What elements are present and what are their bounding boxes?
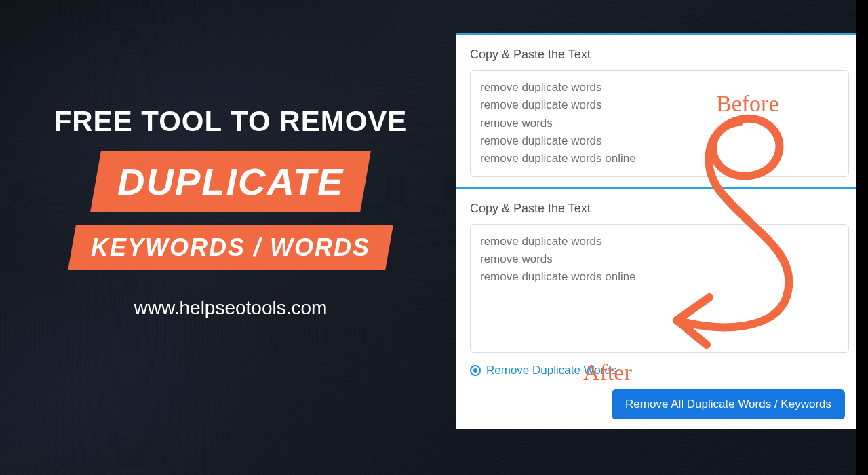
before-line: remove duplicate words <box>480 79 839 96</box>
hero-tag-keywords-text: KEYWORDS / WORDS <box>91 233 370 262</box>
after-line: remove duplicate words <box>480 233 839 250</box>
before-panel: Copy & Paste the Text remove duplicate w… <box>456 33 863 187</box>
before-line: remove duplicate words online <box>480 150 839 168</box>
after-panel: Copy & Paste the Text remove duplicate w… <box>456 187 863 429</box>
after-textarea[interactable]: remove duplicate words remove words remo… <box>470 224 849 353</box>
hero-tag-duplicate-text: DUPLICATE <box>117 159 344 204</box>
hero-headline: Free Tool To Remove <box>47 105 414 138</box>
remove-duplicates-button[interactable]: Remove All Duplicate Words / Keywords <box>612 390 845 419</box>
before-textarea[interactable]: remove duplicate words remove duplicate … <box>470 70 849 177</box>
hero-tag-keywords: KEYWORDS / WORDS <box>68 225 393 270</box>
after-panel-label: Copy & Paste the Text <box>470 202 849 216</box>
after-panel-controls: Remove Duplicate Words Remove All Duplic… <box>470 364 849 419</box>
right-edge-strip <box>856 0 868 475</box>
radio-icon <box>470 365 481 376</box>
tool-panels: Copy & Paste the Text remove duplicate w… <box>456 33 863 429</box>
remove-duplicate-words-radio[interactable]: Remove Duplicate Words <box>470 364 849 377</box>
hero-tag-duplicate: DUPLICATE <box>90 151 371 212</box>
before-line: remove words <box>480 115 839 132</box>
site-url: www.helpseotools.com <box>47 297 414 319</box>
hero-block: Free Tool To Remove DUPLICATE KEYWORDS /… <box>47 105 414 319</box>
after-line: remove words <box>480 250 839 268</box>
radio-label: Remove Duplicate Words <box>486 364 616 377</box>
before-panel-label: Copy & Paste the Text <box>470 48 849 62</box>
before-line: remove duplicate words <box>480 132 839 150</box>
before-line: remove duplicate words <box>480 96 839 114</box>
after-line: remove duplicate words online <box>480 268 839 286</box>
